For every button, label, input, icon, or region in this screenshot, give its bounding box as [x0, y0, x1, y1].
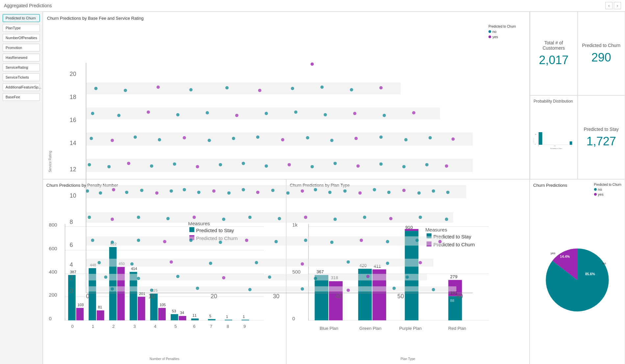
svg-point-130 — [232, 137, 235, 140]
svg-point-67 — [88, 216, 91, 219]
svg-point-144 — [206, 111, 209, 114]
svg-point-146 — [265, 112, 268, 115]
svg-rect-207 — [158, 308, 166, 320]
svg-text:3: 3 — [134, 324, 136, 329]
svg-rect-27 — [86, 83, 401, 94]
svg-point-148 — [324, 113, 327, 116]
right-panels: Total # of Customers 2,017 Predicted to … — [530, 12, 625, 179]
sidebar-item-promotion[interactable]: Promotion — [3, 44, 40, 52]
svg-point-31 — [248, 288, 252, 291]
svg-point-80 — [445, 218, 448, 221]
scatter-title: Churn Predictions by Base Fee and Servic… — [47, 16, 525, 21]
svg-point-50 — [347, 260, 350, 264]
app-title: Aggregated Predictions — [4, 3, 52, 8]
svg-point-94 — [271, 189, 274, 192]
svg-point-62 — [330, 241, 334, 244]
svg-point-141 — [117, 114, 120, 117]
svg-point-77 — [363, 216, 366, 219]
svg-point-74 — [278, 217, 281, 220]
svg-point-75 — [304, 216, 307, 219]
sidebar-item-plantype[interactable]: PlanType — [3, 24, 40, 32]
svg-text:0.5: 0.5 — [554, 145, 556, 147]
svg-point-29 — [150, 289, 153, 292]
svg-rect-20 — [86, 259, 434, 267]
svg-point-40 — [268, 276, 271, 279]
kpi-predicted-stay-label: Predicted to Stay — [584, 127, 619, 132]
svg-point-48 — [255, 261, 258, 264]
svg-point-106 — [446, 191, 449, 194]
scatter-yes-label: yes — [492, 35, 498, 39]
svg-point-150 — [383, 114, 386, 117]
svg-rect-23 — [86, 185, 466, 198]
svg-point-139 — [451, 137, 455, 141]
sidebar-item-number-of-penalties[interactable]: NumberOfPenalties — [3, 34, 40, 42]
svg-point-137 — [404, 138, 408, 141]
svg-text:14.4%: 14.4% — [560, 255, 570, 259]
svg-text:16: 16 — [70, 117, 76, 123]
svg-point-115 — [265, 164, 268, 168]
svg-text:1k: 1k — [535, 133, 537, 135]
svg-text:Purple Plan: Purple Plan — [399, 326, 422, 331]
svg-text:40: 40 — [335, 293, 342, 300]
plantype-bar-x-label: Plan Type — [290, 357, 526, 361]
sidebar-item-service-tickets[interactable]: ServiceTickets — [3, 73, 40, 81]
svg-point-120 — [379, 162, 383, 166]
svg-text:30: 30 — [273, 293, 279, 300]
svg-point-93 — [256, 191, 260, 194]
sidebar-item-additional-feature-sp[interactable]: AdditionalFeatureSp... — [3, 83, 40, 91]
svg-point-70 — [166, 217, 170, 220]
sidebar-item-service-rating[interactable]: ServiceRating — [3, 63, 40, 71]
svg-point-97 — [314, 188, 317, 191]
svg-point-140 — [91, 112, 94, 115]
svg-text:4: 4 — [70, 261, 73, 268]
svg-text:1: 1 — [571, 145, 571, 147]
pie-legend-title: Predicted to Churn — [594, 183, 621, 186]
svg-point-35 — [432, 288, 435, 291]
svg-point-64 — [386, 240, 389, 243]
svg-text:85.6%: 85.6% — [585, 272, 595, 276]
svg-point-28 — [111, 287, 114, 291]
svg-point-121 — [402, 165, 406, 168]
scatter-yes-dot — [488, 36, 491, 38]
svg-point-34 — [392, 287, 396, 290]
svg-point-98 — [328, 191, 332, 194]
svg-point-112 — [196, 165, 199, 168]
svg-text:8: 8 — [227, 324, 229, 329]
svg-point-63 — [360, 239, 363, 242]
svg-point-84 — [125, 191, 128, 194]
sidebar-item-base-fee[interactable]: BaseFee — [3, 93, 40, 101]
svg-rect-168 — [538, 132, 542, 145]
svg-text:0: 0 — [292, 316, 295, 321]
svg-point-54 — [111, 241, 114, 244]
scatter-panel: Churn Predictions by Base Fee and Servic… — [43, 12, 530, 179]
svg-point-116 — [288, 163, 291, 166]
pie-legend: Predicted to Churn no yes — [594, 183, 621, 196]
svg-point-151 — [412, 111, 415, 114]
svg-text:81: 81 — [98, 305, 102, 309]
svg-point-134 — [330, 139, 334, 142]
svg-point-51 — [386, 262, 389, 265]
sidebar-item-has-renewed[interactable]: HasRenewed — [3, 54, 40, 61]
svg-rect-169 — [570, 141, 572, 145]
svg-point-83 — [112, 188, 115, 191]
nav-prev-button[interactable]: ‹ — [605, 2, 612, 9]
nav-next-button[interactable]: › — [614, 2, 621, 9]
svg-point-122 — [425, 163, 429, 166]
sidebar-item-predicted-to-churn[interactable]: Predicted to Churn — [3, 14, 40, 22]
svg-text:1: 1 — [243, 315, 245, 319]
svg-point-78 — [389, 217, 392, 220]
svg-text:Probability to Churn: Probability to Churn — [550, 148, 562, 149]
svg-point-41 — [314, 277, 317, 280]
svg-point-155 — [189, 88, 192, 91]
svg-point-153 — [124, 89, 127, 92]
svg-point-96 — [301, 189, 304, 193]
svg-rect-211 — [171, 314, 178, 320]
svg-point-44 — [97, 261, 101, 264]
svg-point-66 — [438, 240, 442, 243]
svg-rect-18 — [86, 286, 457, 292]
scatter-legend-yes: yes — [488, 35, 523, 39]
svg-point-33 — [347, 289, 350, 292]
svg-point-81 — [86, 189, 89, 193]
svg-point-53 — [91, 239, 94, 242]
svg-text:0: 0 — [538, 145, 539, 147]
